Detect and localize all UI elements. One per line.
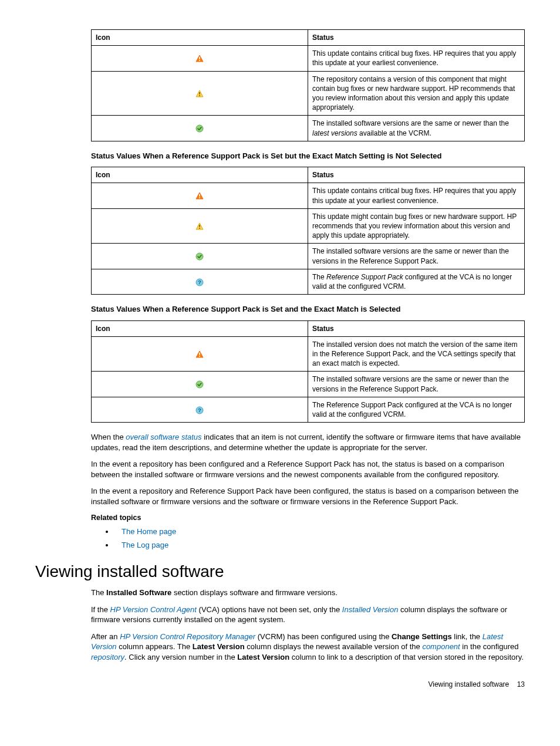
ok-icon [195,124,204,133]
warning-icon [195,222,204,231]
table-row: The installed version does not match the… [92,336,525,372]
ok-icon [195,252,204,261]
subheading-2: Status Values When a Reference Support P… [91,151,525,161]
status-table-3: Icon Status The installed version does n… [91,320,525,423]
status-cell: The installed software versions are the … [308,372,525,397]
table-header: Icon [92,320,308,336]
icon-cell [92,208,308,244]
link-installed-version[interactable]: Installed Version [342,605,399,614]
paragraph: After an HP Version Control Repository M… [91,632,525,663]
status-cell: This update contains critical bug fixes.… [308,46,525,71]
status-cell: The installed version does not match the… [308,336,525,372]
status-cell: This update contains critical bug fixes.… [308,183,525,208]
ok-icon [195,380,204,389]
table-row: The Reference Support Pack configured at… [92,269,525,294]
paragraph: In the event a repository has been confi… [91,459,525,480]
critical-icon [195,350,204,359]
table-row: This update contains critical bug fixes.… [92,183,525,208]
table-row: This update contains critical bug fixes.… [92,46,525,71]
paragraph: The Installed Software section displays … [91,588,525,598]
icon-cell [92,397,308,422]
table-header: Status [308,167,525,183]
warning-icon [195,90,204,98]
page-title: Viewing installed software [35,561,525,583]
icon-cell [92,71,308,116]
icon-cell [92,269,308,294]
status-cell: This update might contain bug fixes or n… [308,208,525,244]
subheading-3: Status Values When a Reference Support P… [91,304,525,315]
table-header: Icon [92,30,308,46]
table-row: The installed software versions are the … [92,244,525,269]
link-home-page[interactable]: The Home page [122,527,176,536]
icon-cell [92,46,308,71]
link-component[interactable]: component [422,642,460,651]
critical-icon [195,55,204,63]
table-row: This update might contain bug fixes or n… [92,208,525,244]
status-cell: The Reference Support Pack configured at… [308,269,525,294]
link-log-page[interactable]: The Log page [122,541,168,549]
icon-cell [92,372,308,397]
link-vcrm[interactable]: HP Version Control Repository Manager [120,632,255,641]
status-cell: The installed software versions are the … [308,116,525,141]
status-table-2: Icon Status This update contains critica… [91,167,525,295]
status-table-1: Icon Status This update contains critica… [91,29,525,141]
table-row: The installed software versions are the … [92,372,525,397]
page-footer: Viewing installed software 13 [35,680,525,689]
status-cell: The Reference Support Pack configured at… [308,397,525,422]
link-vca[interactable]: HP Version Control Agent [110,605,197,614]
link-overall-software-status[interactable]: overall software status [126,433,201,441]
link-repository[interactable]: repository [91,653,124,661]
table-header: Icon [92,167,308,183]
icon-cell [92,336,308,372]
related-topics-list: The Home page The Log page [91,526,525,550]
question-icon [195,406,204,414]
paragraph: When the overall software status indicat… [91,432,525,453]
status-cell: The repository contains a version of thi… [308,71,525,116]
icon-cell [92,183,308,208]
critical-icon [195,192,204,200]
related-topics-label: Related topics [91,513,525,523]
table-header: Status [308,30,525,46]
status-cell: The installed software versions are the … [308,244,525,269]
paragraph: If the HP Version Control Agent (VCA) op… [91,605,525,625]
table-row: The installed software versions are the … [92,116,525,141]
table-header: Status [308,320,525,336]
table-row: The repository contains a version of thi… [92,71,525,116]
table-row: The Reference Support Pack configured at… [92,397,525,422]
paragraph: In the event a repository and Reference … [91,486,525,507]
icon-cell [92,116,308,141]
icon-cell [92,244,308,269]
question-icon [195,278,204,286]
